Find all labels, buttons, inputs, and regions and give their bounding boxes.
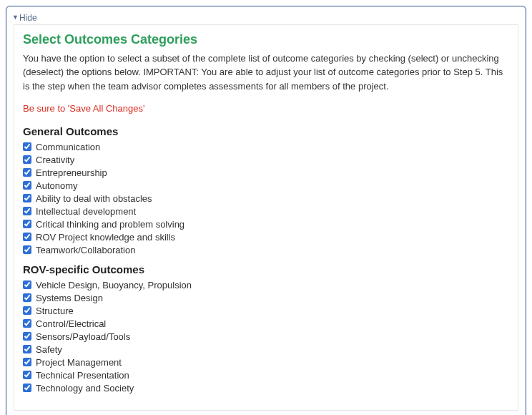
list-item: Safety: [23, 343, 509, 356]
outcome-label[interactable]: Technology and Society: [36, 383, 134, 394]
list-item: Ability to deal with obstacles: [23, 192, 509, 205]
outcome-label[interactable]: Structure: [36, 306, 74, 316]
outcome-label[interactable]: Sensors/Payload/Tools: [36, 331, 130, 342]
outcome-label[interactable]: Creativity: [36, 155, 74, 165]
outcome-label[interactable]: Vehicle Design, Buoyancy, Propulsion: [36, 280, 192, 290]
outcome-label[interactable]: Critical thinking and problem solving: [36, 219, 184, 230]
list-item: Technology and Society: [23, 381, 509, 394]
list-item: Sensors/Payload/Tools: [23, 330, 509, 343]
outcome-label[interactable]: Communication: [36, 142, 100, 152]
description-text: You have the option to select a subset o…: [23, 52, 509, 94]
outcome-checkbox[interactable]: [23, 280, 31, 289]
outcome-label[interactable]: Autonomy: [36, 180, 78, 191]
outcome-label[interactable]: Entrepreneurship: [36, 167, 107, 178]
warning-text: Be sure to 'Save All Changes': [23, 103, 509, 114]
outcome-checkbox[interactable]: [23, 306, 31, 315]
outcome-checkbox[interactable]: [23, 168, 31, 177]
outcome-checkbox[interactable]: [23, 207, 31, 215]
outcome-checkbox[interactable]: [23, 384, 31, 392]
outcome-label[interactable]: Ability to deal with obstacles: [36, 193, 152, 204]
list-item: ROV Project knowledge and skills: [23, 230, 509, 243]
hide-toggle[interactable]: ▼ Hide: [12, 13, 37, 23]
list-item: Creativity: [23, 153, 509, 166]
list-item: Control/Electrical: [23, 317, 509, 330]
outcome-checkbox[interactable]: [23, 293, 31, 302]
outcome-label[interactable]: Intellectual development: [36, 206, 136, 217]
rov-outcomes-list: Vehicle Design, Buoyancy, PropulsionSyst…: [23, 278, 509, 394]
list-item: Systems Design: [23, 291, 509, 304]
list-item: Technical Presentation: [23, 368, 509, 381]
list-item: Structure: [23, 304, 509, 317]
outcome-label[interactable]: Technical Presentation: [36, 370, 129, 381]
outcome-checkbox[interactable]: [23, 358, 31, 366]
outcome-checkbox[interactable]: [23, 332, 31, 341]
outcome-checkbox[interactable]: [23, 194, 31, 202]
outcome-label[interactable]: Project Management: [36, 357, 122, 368]
list-item: Project Management: [23, 356, 509, 368]
outcome-checkbox[interactable]: [23, 220, 31, 228]
outcome-checkbox[interactable]: [23, 181, 31, 190]
outcome-checkbox[interactable]: [23, 345, 31, 353]
list-item: Intellectual development: [23, 205, 509, 218]
outcome-label[interactable]: Control/Electrical: [36, 318, 106, 329]
section-heading-general: General Outcomes: [23, 125, 509, 137]
list-item: Communication: [23, 140, 509, 153]
outcome-checkbox[interactable]: [23, 319, 31, 328]
outcome-checkbox[interactable]: [23, 245, 31, 254]
list-item: Critical thinking and problem solving: [23, 218, 509, 230]
list-item: Teamwork/Collaboration: [23, 243, 509, 256]
outcome-label[interactable]: Teamwork/Collaboration: [36, 245, 135, 255]
list-item: Autonomy: [23, 179, 509, 192]
outcome-checkbox[interactable]: [23, 142, 31, 151]
outcome-label[interactable]: Systems Design: [36, 293, 103, 303]
page-title: Select Outcomes Categories: [23, 32, 509, 47]
outcome-checkbox[interactable]: [23, 233, 31, 241]
list-item: Vehicle Design, Buoyancy, Propulsion: [23, 278, 509, 291]
outcome-label[interactable]: Safety: [36, 344, 62, 355]
outcome-label[interactable]: ROV Project knowledge and skills: [36, 232, 175, 243]
outcomes-panel: ▼ Hide Select Outcomes Categories You ha…: [6, 6, 526, 415]
content-box: Select Outcomes Categories You have the …: [14, 24, 518, 411]
outcome-checkbox[interactable]: [23, 155, 31, 164]
outcome-checkbox[interactable]: [23, 371, 31, 379]
section-heading-rov: ROV-specific Outcomes: [23, 263, 509, 275]
hide-toggle-label: Hide: [19, 13, 37, 23]
collapse-icon: ▼: [12, 14, 19, 21]
list-item: Entrepreneurship: [23, 166, 509, 179]
general-outcomes-list: CommunicationCreativityEntrepreneurshipA…: [23, 140, 509, 256]
